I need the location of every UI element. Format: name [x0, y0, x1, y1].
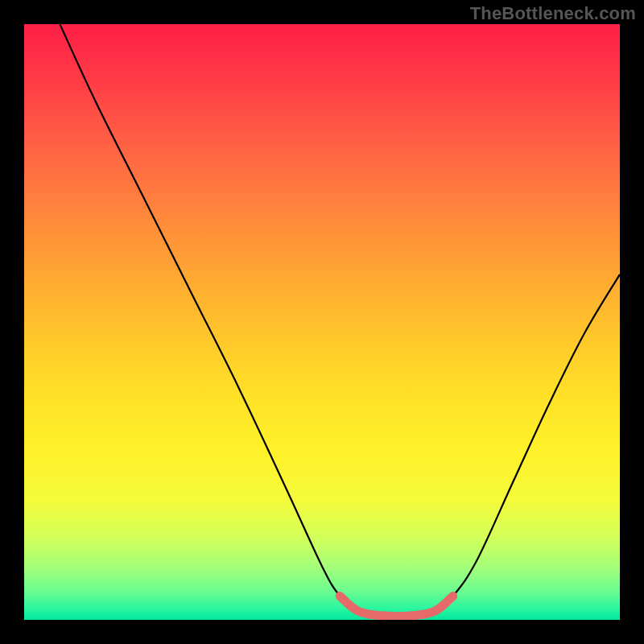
chart-stage: TheBottleneck.com — [0, 0, 644, 644]
plot-area — [24, 24, 620, 620]
bottleneck-curve — [60, 24, 620, 617]
curve-layer — [24, 24, 620, 620]
watermark-text: TheBottleneck.com — [470, 3, 636, 24]
bottom-marker — [340, 596, 453, 616]
